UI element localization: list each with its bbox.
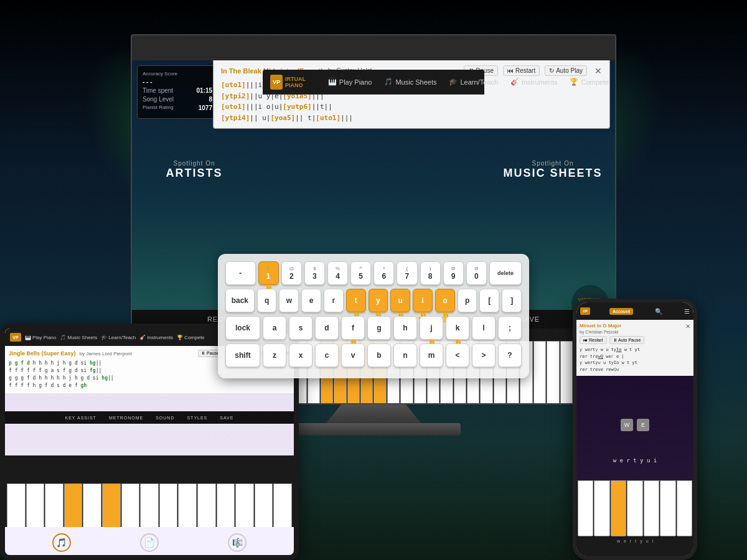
tablet-nav-compete[interactable]: 🏆 Compete: [177, 335, 204, 340]
nav-compete[interactable]: 🏆 Compete: [563, 70, 615, 94]
mobile-wkey-u[interactable]: [660, 480, 675, 536]
tablet-bottom-note[interactable]: 🎼: [228, 533, 247, 552]
key-v[interactable]: v: [560, 341, 573, 403]
mobile-wkey-r[interactable]: [611, 480, 626, 536]
vkey-v[interactable]: v: [341, 343, 365, 367]
tablet-bottom-music[interactable]: 🎵: [52, 533, 71, 552]
tablet-nav-instruments[interactable]: 🎸 Instruments: [139, 335, 173, 340]
nav-learn-teach[interactable]: 🎓 Learn/Teach: [443, 70, 504, 94]
pianist-value: 1077: [199, 105, 212, 111]
vkey-0[interactable]: Ø 0: [466, 261, 487, 285]
vkey-gt[interactable]: >: [472, 343, 496, 367]
vkey-backtick[interactable]: back: [225, 289, 255, 312]
vkey-9[interactable]: Ø 9: [443, 261, 464, 285]
time-value: 01:15: [196, 87, 212, 94]
vkey-m-key[interactable]: m: [420, 343, 443, 367]
mobile-key-E[interactable]: E: [637, 419, 649, 431]
vkey-l[interactable]: l: [472, 316, 496, 340]
tablet-save[interactable]: SAVE: [220, 416, 233, 420]
nav-instruments[interactable]: 🎸 Instruments: [504, 70, 563, 94]
vkey-bracket-l[interactable]: [: [479, 289, 499, 312]
vkey-c[interactable]: c: [315, 343, 339, 367]
vkey-i[interactable]: i 🤚: [413, 289, 433, 312]
search-button[interactable]: 🔍: [615, 75, 616, 90]
vkey-question[interactable]: ?: [498, 343, 522, 367]
compete-icon: 🏆: [570, 78, 578, 86]
vkey-b[interactable]: b: [367, 343, 391, 367]
vkey-s[interactable]: s: [289, 316, 312, 340]
vkey-q[interactable]: q: [257, 289, 277, 312]
vkey-e[interactable]: e: [301, 289, 321, 312]
vkey-k[interactable]: k 🤚: [446, 316, 469, 340]
tablet-nav-play[interactable]: 🎹 Play Piano: [25, 335, 56, 340]
tablet-nav-learn[interactable]: 🎓 Learn/Teach: [101, 335, 136, 340]
navbar: VP IRTUAL PIANO 🎹 Play Piano 🎵 Music She…: [263, 70, 484, 95]
vkey-n[interactable]: n: [393, 343, 417, 367]
vkey-6[interactable]: * 6: [374, 261, 394, 285]
vkey-bracket-r[interactable]: ]: [502, 289, 522, 312]
vkey-f[interactable]: f 🤚: [341, 316, 365, 340]
vkey-u[interactable]: u 🤚: [390, 289, 410, 312]
key-c[interactable]: c: [547, 341, 559, 403]
mobile-note-display: w e r t y u i: [613, 457, 657, 464]
vkey-8[interactable]: ) 8: [420, 261, 441, 285]
mobile-key-W[interactable]: W: [621, 419, 633, 431]
nav-play-label: Play Piano: [339, 78, 372, 86]
nav-music-sheets[interactable]: 🎵 Music Sheets: [378, 70, 443, 94]
mobile-key-bottom-labels: w e r t y u i: [576, 538, 693, 544]
accuracy-value: - - -: [143, 78, 153, 85]
tablet-bottom-sheet[interactable]: 📄: [140, 533, 159, 552]
vkey-lt[interactable]: <: [446, 343, 469, 367]
vkey-y[interactable]: y 🤚: [369, 289, 388, 312]
mobile-logo-icon: VP: [580, 307, 590, 315]
vkey-g[interactable]: g: [367, 316, 391, 340]
mobile-piano-app: Minuet In G Major ✕ by Christian Petzold…: [576, 320, 693, 556]
mobile-device: VP Account 🔍 ☰ Minuet In G Major ✕ by Ch…: [573, 299, 697, 560]
vkey-1[interactable]: ! 1 🤚: [258, 261, 279, 285]
vkey-x[interactable]: x: [289, 343, 312, 367]
pianist-label: Pianist Rating: [143, 105, 173, 111]
tablet-styles[interactable]: STYLES: [187, 416, 207, 420]
vkey-3[interactable]: $ 3: [304, 261, 325, 285]
vkey-r[interactable]: r: [324, 289, 344, 312]
vkey-a[interactable]: a: [263, 316, 286, 340]
vkey-5[interactable]: ^ 5: [350, 261, 371, 285]
nav-play-piano[interactable]: 🎹 Play Piano: [322, 70, 378, 94]
vkey-j[interactable]: j 🤚: [420, 316, 443, 340]
mobile-wkey-y[interactable]: [644, 480, 659, 536]
tablet-sound[interactable]: SOUND: [156, 416, 174, 420]
vkey-row-numbers: - ! 1 🤚 @ 2 $ 3 % 4: [225, 261, 522, 285]
vkey-z[interactable]: z: [263, 343, 286, 367]
vkey-7[interactable]: ( 7: [397, 261, 417, 285]
spotlight-artists: Spotlight On ARTISTS: [132, 160, 256, 180]
vkey-w[interactable]: w: [279, 289, 299, 312]
nav-logo[interactable]: VP IRTUAL PIANO: [270, 75, 312, 90]
tablet-metronome[interactable]: METRONOME: [109, 416, 143, 420]
level-label: Song Level: [143, 96, 174, 103]
mobile-search[interactable]: 🔍: [655, 308, 662, 315]
vkey-d[interactable]: d: [315, 316, 339, 340]
mobile-autopause[interactable]: ⏸ Auto Pause: [609, 336, 645, 344]
vkey-semi[interactable]: ;: [498, 316, 522, 340]
tablet-key-assist[interactable]: KEY ASSIST: [65, 416, 96, 420]
key-x[interactable]: x: [533, 341, 546, 403]
vkey-4[interactable]: % 4: [327, 261, 348, 285]
mobile-menu[interactable]: ☰: [684, 308, 690, 315]
tablet-nav-music[interactable]: 🎵 Music Sheets: [60, 335, 97, 340]
vkey-p[interactable]: p: [458, 289, 477, 312]
vkey-tab[interactable]: -: [225, 261, 256, 285]
mobile-wkey-e[interactable]: [594, 480, 609, 536]
vkey-2[interactable]: @ 2: [281, 261, 302, 285]
mobile-close[interactable]: ✕: [685, 323, 690, 330]
mobile-wkey-i[interactable]: [677, 480, 692, 536]
vkey-shift[interactable]: shift: [225, 343, 260, 367]
vkey-t[interactable]: t 🤚: [346, 289, 366, 312]
mobile-restart[interactable]: ⏮ Restart: [580, 336, 607, 344]
mobile-wkey-w[interactable]: [578, 480, 593, 536]
mobile-account[interactable]: Account: [609, 308, 633, 315]
mobile-wkey-t[interactable]: [627, 480, 642, 536]
vkey-o[interactable]: o 🤚: [435, 289, 455, 312]
vkey-lock[interactable]: lock: [225, 316, 260, 340]
vkey-delete[interactable]: delete: [489, 261, 522, 285]
vkey-h[interactable]: h: [393, 316, 417, 340]
